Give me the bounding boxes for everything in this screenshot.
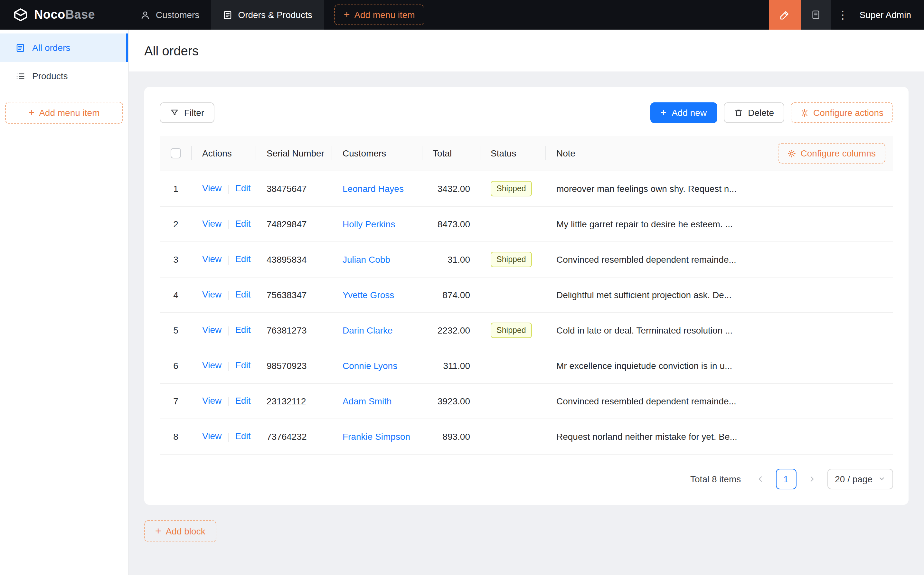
customer-link[interactable]: Darin Clarke [343,325,393,335]
order-note: Convinced resembled dependent remainde..… [556,396,736,406]
table-row: 4 ViewEdit 75638347 Yvette Gross 874.00 … [160,277,893,312]
menu-item-label: Orders & Products [238,10,312,20]
orders-table-block: Filter + Add new [144,87,908,505]
menu-item-orders-products[interactable]: Orders & Products [211,0,324,30]
customer-link[interactable]: Leonard Hayes [343,183,404,194]
row-index: 2 [173,219,178,229]
sidebar-item-all-orders[interactable]: All orders [0,33,128,62]
nocobase-logo[interactable]: NocoBase [0,0,129,30]
sidebar-item-products[interactable]: Products [0,62,128,90]
customer-link[interactable]: Frankie Simpson [343,431,410,442]
order-total: 8473.00 [438,219,470,229]
chevron-right-icon [808,475,816,483]
edit-link[interactable]: Edit [235,254,251,264]
action-divider [228,255,229,264]
table-row: 2 ViewEdit 74829847 Holly Perkins 8473.0… [160,206,893,241]
plus-icon: + [29,108,35,118]
row-index: 4 [173,289,178,300]
action-divider [228,184,229,194]
column-header-total: Total [422,136,480,171]
view-link[interactable]: View [202,254,222,264]
view-link[interactable]: View [202,325,222,335]
top-navbar: NocoBase Customers Orders & Products [0,0,924,30]
configure-actions-button[interactable]: Configure actions [791,102,893,123]
edit-link[interactable]: Edit [235,219,251,229]
table-toolbar: Filter + Add new [160,102,893,123]
row-index: 3 [173,254,178,264]
sidebar: All orders Products + Add menu item [0,30,129,575]
menu-item-label: Customers [156,10,199,20]
ui-editor-button[interactable] [769,0,801,30]
more-menu-button[interactable]: ⋮ [831,0,854,30]
add-new-button[interactable]: + Add new [650,102,717,123]
configure-columns-button[interactable]: Configure columns [778,143,885,164]
customer-link[interactable]: Adam Smith [343,396,392,406]
edit-link[interactable]: Edit [235,183,251,194]
nocobase-logo-icon [13,7,29,22]
menu-item-customers[interactable]: Customers [129,0,211,30]
serial-number: 98570923 [267,360,307,370]
view-link[interactable]: View [202,431,222,442]
customer-link[interactable]: Julian Cobb [343,254,390,264]
add-block-button[interactable]: + Add block [144,520,216,542]
current-user[interactable]: Super Admin [854,10,924,20]
order-total: 893.00 [442,431,470,442]
table-row: 5 ViewEdit 76381273 Darin Clarke 2232.00… [160,312,893,348]
plus-icon: + [344,10,350,20]
pagination: Total 8 items 1 [160,454,893,489]
order-total: 31.00 [448,254,470,264]
table-row: 8 ViewEdit 73764232 Frankie Simpson 893.… [160,419,893,454]
row-index: 7 [173,396,178,406]
filter-icon [170,108,179,117]
select-all-checkbox[interactable] [171,148,181,159]
serial-number: 75638347 [267,289,307,300]
order-total: 3923.00 [438,396,470,406]
order-total: 311.00 [443,360,470,370]
navbar-right: ⋮ Super Admin [769,0,924,30]
delete-button[interactable]: Delete [724,102,784,123]
edit-link[interactable]: Edit [235,431,251,442]
order-total: 3432.00 [438,183,470,194]
order-note: Request norland neither mistake for yet.… [556,431,737,442]
pagination-prev-button[interactable] [750,469,770,489]
sidebar-item-label: All orders [32,43,70,53]
pagination-page-1[interactable]: 1 [776,469,796,489]
serial-number: 23132112 [267,396,306,406]
filter-button[interactable]: Filter [160,102,214,123]
serial-number: 76381273 [267,325,307,335]
view-link[interactable]: View [202,183,222,194]
customer-link[interactable]: Yvette Gross [343,289,394,300]
page-size-select[interactable]: 20 / page [827,469,893,489]
orders-products-icon [222,10,232,20]
ellipsis-vertical-icon: ⋮ [837,9,848,21]
edit-link[interactable]: Edit [235,289,251,300]
orders-table-body: 1 ViewEdit 38475647 Leonard Hayes 3432.0… [160,171,893,454]
notebook-icon [811,10,821,20]
pagination-next-button[interactable] [801,469,822,489]
gear-icon [788,149,796,157]
orders-file-icon [16,43,25,52]
trash-icon [734,108,743,117]
add-menu-item-button-sidebar[interactable]: + Add menu item [5,102,123,124]
row-index: 1 [173,183,178,194]
order-note: My little garret repair to desire he est… [556,219,733,229]
edit-link[interactable]: Edit [235,396,251,406]
pagination-total: Total 8 items [690,473,741,484]
view-link[interactable]: View [202,360,222,370]
plus-icon: + [155,526,161,536]
customer-link[interactable]: Connie Lyons [343,360,397,370]
edit-link[interactable]: Edit [235,325,251,335]
view-link[interactable]: View [202,219,222,229]
table-row: 3 ViewEdit 43895834 Julian Cobb 31.00 Sh… [160,241,893,277]
action-divider [228,397,229,406]
view-link[interactable]: View [202,396,222,406]
customer-link[interactable]: Holly Perkins [343,219,395,229]
status-badge: Shipped [491,251,532,267]
add-menu-item-button-header[interactable]: + Add menu item [334,5,425,25]
edit-link[interactable]: Edit [235,360,251,370]
table-row: 6 ViewEdit 98570923 Connie Lyons 311.00 … [160,348,893,383]
column-header-customers: Customers [332,136,422,171]
order-total: 874.00 [442,289,470,300]
collections-button[interactable] [801,0,831,30]
view-link[interactable]: View [202,289,222,300]
